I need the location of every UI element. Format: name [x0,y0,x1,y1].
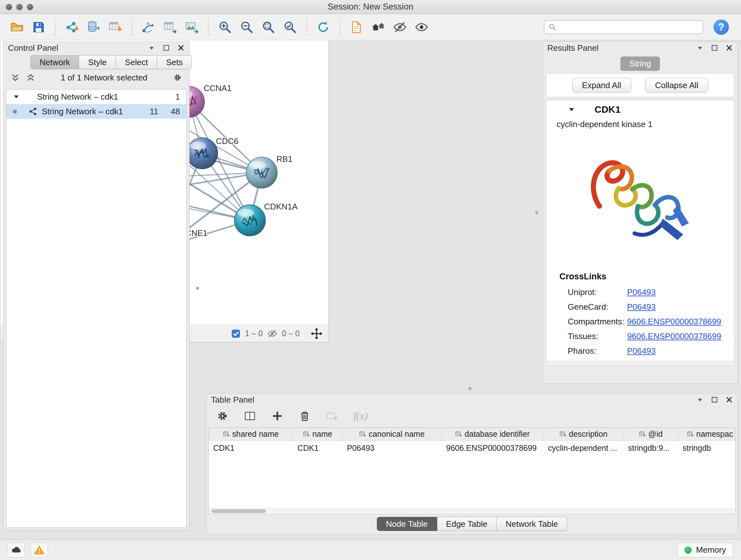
horizontal-splitter-handle[interactable] [468,387,472,390]
collapse-section-icon[interactable] [568,106,576,113]
float-panel-icon[interactable] [148,44,155,52]
table-settings-gear-icon[interactable] [216,410,229,422]
zoom-fit-button[interactable] [259,17,278,37]
import-table-button[interactable] [106,17,125,37]
close-panel-icon[interactable] [177,44,185,52]
tab-select[interactable]: Select [116,55,157,69]
maximize-panel-icon[interactable] [711,396,718,403]
memory-label: Memory [696,545,726,555]
results-panel-title: Results Panel [547,43,598,53]
column-header--id[interactable]: @id [623,428,678,440]
save-icon [31,20,46,35]
maximize-panel-icon[interactable] [711,44,718,52]
column-header-shared-name[interactable]: shared name [209,428,293,440]
refresh-icon [316,20,331,35]
window-minimize-button[interactable] [16,4,23,10]
window-zoom-button[interactable] [27,4,33,10]
hidden-eye-slash-icon[interactable] [267,328,277,339]
help-button[interactable]: ? [714,19,729,35]
tab-network[interactable]: Network [30,55,79,69]
network-node-rb1[interactable] [246,157,277,188]
expand-all-button[interactable]: Expand All [572,78,631,92]
zoom-selected-button[interactable] [281,17,299,37]
zoom-out-button[interactable] [238,17,256,37]
network-row[interactable]: String Network – cdk1 11 48 [6,104,186,119]
crosslink-value-link[interactable]: P06493 [627,346,656,356]
table-panel-tabs: Node TableEdge TableNetwork Table [206,517,738,531]
column-header-description[interactable]: description [543,428,623,440]
crosslink-value-link[interactable]: P06493 [627,302,656,312]
pan-move-icon[interactable] [310,327,323,340]
control-panel: Control Panel NetworkStyleSelectSets 1 o… [3,42,190,531]
export-table-button[interactable] [161,17,179,37]
delete-column-icon[interactable] [298,410,311,422]
new-network-from-selection-button[interactable] [139,17,158,37]
network-node-cdkn1a[interactable] [234,205,266,236]
main-toolbar: ? [0,14,741,40]
split-columns-icon[interactable] [244,410,256,422]
tab-string[interactable]: String [620,57,660,71]
add-column-icon[interactable] [271,410,284,422]
tab-sets[interactable]: Sets [157,55,192,69]
column-header-database-identifier[interactable]: database identifier [442,428,543,440]
network-tree: String Network – cdk1 1 String Network –… [6,89,187,528]
scrollbar-thumb[interactable] [212,509,266,513]
memory-button[interactable]: Memory [677,543,733,557]
column-sort-icon [359,431,366,438]
close-panel-icon[interactable] [725,44,733,52]
save-session-button[interactable] [29,17,48,37]
tree-expand-icon[interactable] [13,93,20,100]
selected-checkbox-icon[interactable] [231,329,241,338]
home-button[interactable] [369,17,387,37]
eye-slash-icon [393,20,407,35]
status-bar: Memory [0,540,741,560]
toolbar-separator [55,18,56,36]
crosslink-value-link[interactable]: 9606.ENSP00000378699 [627,317,721,327]
float-panel-icon[interactable] [696,44,704,52]
crosslink-label: Tissues: [568,331,627,341]
import-network-file-button[interactable] [63,17,81,37]
show-graphics-button[interactable] [412,17,431,37]
maximize-panel-icon[interactable] [162,44,170,52]
cloud-button[interactable] [8,543,25,557]
protein-structure-container [546,129,734,272]
warnings-button[interactable] [30,543,48,557]
crosslink-value-link[interactable]: P06493 [627,287,656,297]
node-label-cdc6: CDC6 [216,137,239,145]
results-scrollbar[interactable] [547,361,733,365]
table-import-icon [108,20,123,35]
node-label-ccna1: CCNA1 [204,84,232,92]
tab-network-table[interactable]: Network Table [496,517,567,531]
zoom-in-button[interactable] [216,17,234,37]
column-header-name[interactable]: name [293,428,342,440]
network-node-cdc6[interactable] [187,138,218,169]
node-label-cdkn1a: CDKN1A [264,202,298,211]
document-button[interactable] [347,17,366,37]
window-close-button[interactable] [6,4,12,10]
column-header-canonical-name[interactable]: canonical name [342,428,442,440]
vertical-splitter-handle[interactable] [196,287,199,290]
vertical-splitter-handle[interactable] [535,211,538,214]
tab-node-table[interactable]: Node Table [377,517,437,531]
network-collection-row[interactable]: String Network – cdk1 1 [6,89,186,104]
hide-graphics-button[interactable] [391,17,409,37]
float-panel-icon[interactable] [696,396,704,403]
collapse-all-button[interactable]: Collapse All [645,78,709,92]
search-input[interactable] [559,22,699,32]
table-horizontal-scrollbar[interactable] [209,508,735,514]
close-panel-icon[interactable] [725,396,733,403]
tab-edge-table[interactable]: Edge Table [437,517,497,531]
refresh-view-button[interactable] [314,17,333,37]
open-session-button[interactable] [8,17,26,37]
column-header-namespac[interactable]: namespac [678,428,736,440]
window-controls [6,0,33,14]
tab-style[interactable]: Style [79,55,116,69]
import-network-database-button[interactable] [84,17,103,37]
gene-card-header[interactable]: CDK1 [546,100,734,119]
export-image-button[interactable] [183,17,201,37]
crosslink-value-link[interactable]: 9606.ENSP00000378699 [627,331,721,341]
expand-all-icon[interactable] [26,73,36,82]
table-row[interactable]: CDK1CDK1P064939606.ENSP00000378699cyclin… [209,441,735,455]
collapse-all-icon[interactable] [10,73,20,82]
network-options-gear-icon[interactable] [173,73,182,82]
